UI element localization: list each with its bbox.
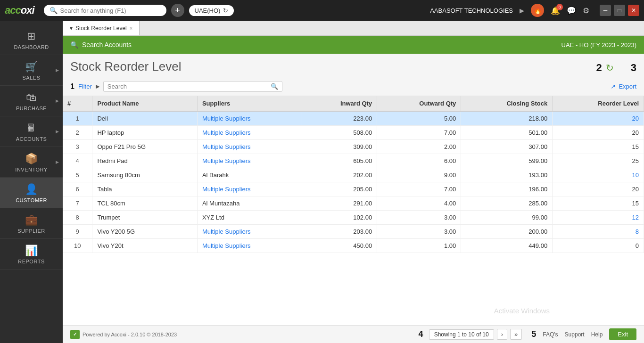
minimize-button[interactable]: ─ (600, 5, 611, 16)
global-search-input[interactable] (60, 7, 155, 14)
col-closing-stock: Closing Stock (461, 96, 553, 111)
add-new-button[interactable]: + (171, 4, 184, 17)
suppliers-cell[interactable]: Multiple Suppliers (197, 111, 302, 126)
product-name-cell: Dell (92, 111, 198, 126)
row-num: 5 (63, 168, 92, 182)
suppliers-cell[interactable]: Multiple Suppliers (197, 126, 302, 140)
col-outward-qty: Outward Qty (377, 96, 461, 111)
settings-icon[interactable]: ⚙ (583, 6, 589, 15)
search-accounts-area[interactable]: 🔍 Search Accounts (70, 41, 132, 49)
reorder-level-cell: 25 (553, 154, 644, 168)
refresh-button[interactable]: ↻ (606, 62, 614, 74)
closing-stock-cell: 193.00 (461, 168, 553, 182)
product-name-cell: Trumpet (92, 211, 198, 225)
table-row[interactable]: 1DellMultiple Suppliers223.005.00218.002… (63, 111, 644, 126)
number-label-1: 1 (70, 82, 74, 91)
number-label-4: 4 (419, 329, 423, 339)
suppliers-cell[interactable]: Multiple Suppliers (197, 225, 302, 239)
sidebar-item-accounts[interactable]: 🖩 ACCOUNTS ▶ (0, 116, 63, 147)
outward-qty-cell: 6.00 (377, 154, 461, 168)
tab-close-icon[interactable]: × (130, 25, 132, 31)
close-button[interactable]: ✕ (628, 5, 639, 16)
last-page-button[interactable]: » (510, 329, 522, 340)
sidebar-item-purchase[interactable]: 🛍 PURCHASE ▶ (0, 86, 63, 116)
sidebar-item-label: DASHBOARD (14, 44, 49, 50)
notification-bell[interactable]: 🔔 8 (551, 6, 560, 15)
suppliers-cell[interactable]: Multiple Suppliers (197, 182, 302, 196)
outward-qty-cell: 9.00 (377, 168, 461, 182)
suppliers-link[interactable]: Multiple Suppliers (202, 115, 251, 122)
table-row[interactable]: 10Vivo Y20tMultiple Suppliers450.001.004… (63, 239, 644, 253)
maximize-button[interactable]: □ (614, 5, 625, 16)
closing-stock-cell: 200.00 (461, 225, 553, 239)
suppliers-cell: Al Barahk (197, 168, 302, 182)
table-row[interactable]: 4Redmi PadMultiple Suppliers605.006.0059… (63, 154, 644, 168)
number-label-2: 2 (596, 62, 602, 74)
suppliers-cell[interactable]: Multiple Suppliers (197, 154, 302, 168)
chevron-right-icon: ▶ (56, 160, 59, 164)
inward-qty-cell: 205.00 (302, 182, 377, 196)
message-icon[interactable]: 💬 (567, 6, 576, 15)
avatar[interactable]: 🔥 (531, 4, 544, 17)
inward-qty-cell: 508.00 (302, 126, 377, 140)
sidebar-item-supplier[interactable]: 💼 SUPPLIER (0, 208, 63, 239)
faq-link[interactable]: FAQ's (543, 331, 558, 338)
tab-stock-reorder-level[interactable]: ▾ Stock Reorder Level × (63, 21, 140, 35)
reorder-level-cell: 8 (553, 225, 644, 239)
sidebar-item-reports[interactable]: 📊 REPORTS (0, 239, 63, 270)
outward-qty-cell: 7.00 (377, 182, 461, 196)
table-row[interactable]: 7TCL 80cmAl Muntazaha291.004.00285.0015 (63, 196, 644, 211)
support-link[interactable]: Support (565, 331, 585, 338)
search-input[interactable] (107, 83, 268, 90)
table-row[interactable]: 5Samsung 80cmAl Barahk202.009.00193.0010 (63, 168, 644, 182)
powered-by: ✓ Powered by Accoxi - 2.0.10 © 2018-2023 (70, 330, 177, 339)
sidebar-item-inventory[interactable]: 📦 INVENTORY ▶ (0, 147, 63, 178)
exit-button[interactable]: Exit (609, 328, 636, 340)
filter-button[interactable]: Filter (78, 83, 92, 90)
reorder-level-cell: 0 (553, 239, 644, 253)
global-search-bar[interactable]: 🔍 (44, 5, 166, 16)
search-input-container[interactable]: 🔍 (103, 81, 282, 92)
table-row[interactable]: 8TrumpetXYZ Ltd102.003.0099.0012 (63, 211, 644, 225)
suppliers-cell[interactable]: Multiple Suppliers (197, 140, 302, 154)
suppliers-link[interactable]: Multiple Suppliers (202, 242, 251, 249)
export-area[interactable]: ↗ Export (611, 83, 636, 90)
suppliers-link[interactable]: Multiple Suppliers (202, 157, 251, 164)
table-row[interactable]: 9Vivo Y200 5GMultiple Suppliers203.003.0… (63, 225, 644, 239)
filter-expand-icon[interactable]: ▶ (96, 83, 99, 90)
stock-reorder-table: # Product Name Suppliers Inward Qty Outw… (63, 96, 644, 253)
sidebar-item-sales[interactable]: 🛒 SALES ▶ (0, 55, 63, 86)
closing-stock-cell: 307.00 (461, 140, 553, 154)
suppliers-cell[interactable]: Multiple Suppliers (197, 239, 302, 253)
inward-qty-cell: 450.00 (302, 239, 377, 253)
inward-qty-cell: 223.00 (302, 111, 377, 126)
pagination-info: Showing 1 to 10 of 10 (429, 329, 494, 340)
company-selector[interactable]: UAE(HO) ↻ (189, 5, 234, 16)
row-num: 10 (63, 239, 92, 253)
reorder-level-cell: 12 (553, 211, 644, 225)
window-controls: ─ □ ✕ (600, 5, 639, 16)
table-row[interactable]: 6TablaMultiple Suppliers205.007.00196.00… (63, 182, 644, 196)
row-num: 2 (63, 126, 92, 140)
table-row[interactable]: 2HP laptopMultiple Suppliers508.007.0050… (63, 126, 644, 140)
suppliers-link[interactable]: Multiple Suppliers (202, 228, 251, 235)
col-product-name: Product Name (92, 96, 198, 111)
suppliers-link[interactable]: Multiple Suppliers (202, 143, 251, 150)
help-link[interactable]: Help (591, 331, 603, 338)
filter-row: 1 Filter ▶ 🔍 ↗ Export (63, 77, 644, 96)
sidebar-item-dashboard[interactable]: ⊞ DASHBOARD (0, 24, 63, 55)
product-name-cell: Samsung 80cm (92, 168, 198, 182)
search-submit-icon[interactable]: 🔍 (271, 83, 278, 90)
next-page-button[interactable]: › (497, 329, 507, 340)
inward-qty-cell: 203.00 (302, 225, 377, 239)
inward-qty-cell: 309.00 (302, 140, 377, 154)
sidebar-item-customer[interactable]: 👤 CUSTOMER (0, 178, 63, 208)
closing-stock-cell: 99.00 (461, 211, 553, 225)
page-title: Stock Reorder Level (70, 59, 182, 74)
suppliers-link[interactable]: Multiple Suppliers (202, 186, 251, 193)
outward-qty-cell: 1.00 (377, 239, 461, 253)
suppliers-link[interactable]: Multiple Suppliers (202, 129, 251, 136)
table-row[interactable]: 3Oppo F21 Pro 5GMultiple Suppliers309.00… (63, 140, 644, 154)
row-num: 1 (63, 111, 92, 126)
suppliers-cell: XYZ Ltd (197, 211, 302, 225)
